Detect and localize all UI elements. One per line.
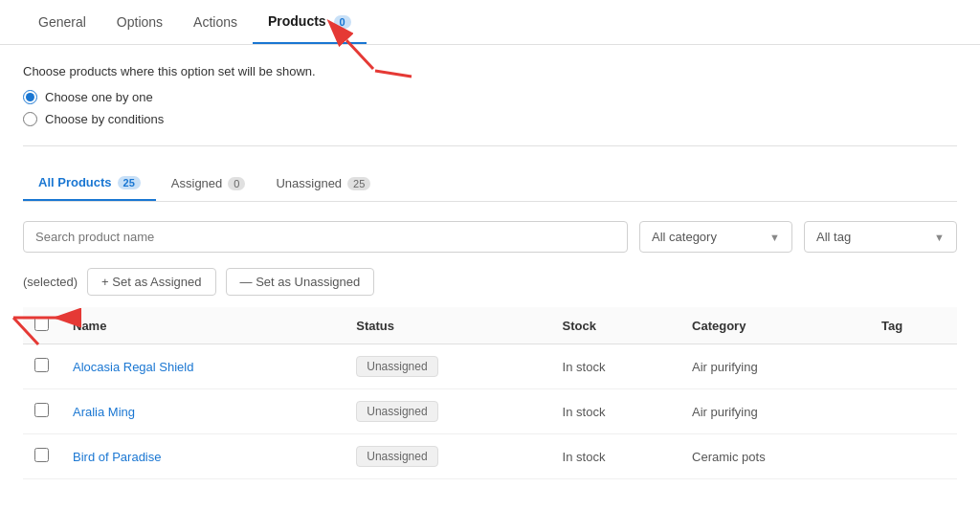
- row-category: Air purifying: [680, 344, 870, 389]
- radio-one-by-one-label: Choose one by one: [45, 90, 153, 104]
- subtab-unassigned[interactable]: Unassigned 25: [260, 166, 386, 200]
- set-assigned-button[interactable]: + Set as Assigned: [87, 268, 215, 296]
- row-checkbox[interactable]: [34, 448, 49, 462]
- unassign-btn-label: — Set as Unassigned: [240, 275, 361, 289]
- chevron-down-icon: ▼: [769, 232, 780, 243]
- section-title: Choose products where this option set wi…: [23, 64, 957, 78]
- subtab-all-products[interactable]: All Products 25: [23, 166, 156, 201]
- tab-options[interactable]: Options: [101, 1, 178, 43]
- row-tag: [870, 434, 957, 479]
- row-stock: In stock: [551, 344, 680, 389]
- chevron-down-icon-tag: ▼: [934, 232, 945, 243]
- radio-by-conditions[interactable]: Choose by conditions: [23, 112, 957, 126]
- row-tag: [870, 389, 957, 434]
- row-status: Unassigned: [345, 434, 550, 479]
- table-header-checkbox[interactable]: [23, 307, 61, 344]
- select-all-checkbox[interactable]: [34, 317, 49, 331]
- col-stock: Stock: [551, 307, 680, 344]
- subtab-all-count: 25: [118, 176, 141, 189]
- subtab-assigned-count: 0: [228, 177, 245, 190]
- row-stock: In stock: [551, 434, 680, 479]
- row-status: Unassigned: [345, 344, 550, 389]
- product-link[interactable]: Alocasia Regal Shield: [73, 360, 193, 374]
- selected-label: (selected): [23, 275, 78, 289]
- status-badge: Unassigned: [356, 446, 437, 467]
- action-bar: (selected) + Set as Assigned — Set as Un…: [23, 268, 957, 296]
- col-tag: Tag: [870, 307, 957, 344]
- top-tabs: General Options Actions Products 0: [0, 0, 980, 45]
- tab-products-badge: 0: [334, 15, 351, 29]
- table-row: Bird of Paradise Unassigned In stock Cer…: [23, 434, 957, 479]
- set-unassigned-button[interactable]: — Set as Unassigned: [226, 268, 375, 296]
- tab-products[interactable]: Products 0: [253, 0, 367, 44]
- product-link[interactable]: Bird of Paradise: [73, 450, 162, 464]
- subtab-unassigned-label: Unassigned: [276, 176, 342, 190]
- tag-label: All tag: [816, 230, 851, 244]
- tab-actions[interactable]: Actions: [178, 1, 253, 43]
- search-input[interactable]: [23, 221, 628, 253]
- divider: [23, 145, 957, 146]
- radio-one-by-one[interactable]: Choose one by one: [23, 90, 957, 104]
- radio-group: Choose one by one Choose by conditions: [23, 90, 957, 126]
- subtab-assigned-label: Assigned: [171, 176, 222, 190]
- filters-row: All category ▼ All tag ▼: [23, 221, 957, 253]
- category-select[interactable]: All category ▼: [639, 221, 792, 253]
- category-label: All category: [652, 230, 717, 244]
- sub-tabs: All Products 25 Assigned 0 Unassigned 25: [23, 166, 957, 202]
- row-stock: In stock: [551, 389, 680, 434]
- tab-actions-label: Actions: [193, 14, 237, 30]
- row-status: Unassigned: [345, 389, 550, 434]
- tab-general-label: General: [38, 14, 86, 30]
- row-name: Bird of Paradise: [61, 434, 345, 479]
- row-name: Aralia Ming: [61, 389, 345, 434]
- radio-one-by-one-input[interactable]: [23, 90, 37, 104]
- row-checkbox[interactable]: [34, 358, 49, 372]
- row-checkbox-cell[interactable]: [23, 434, 61, 479]
- col-name: Name: [61, 307, 345, 344]
- row-checkbox-cell[interactable]: [23, 344, 61, 389]
- row-tag: [870, 344, 957, 389]
- subtab-assigned[interactable]: Assigned 0: [156, 166, 261, 200]
- product-link[interactable]: Aralia Ming: [73, 405, 135, 419]
- table-row: Alocasia Regal Shield Unassigned In stoc…: [23, 344, 957, 389]
- col-category: Category: [680, 307, 870, 344]
- radio-by-conditions-label: Choose by conditions: [45, 112, 164, 126]
- table-row: Aralia Ming Unassigned In stock Air puri…: [23, 389, 957, 434]
- row-category: Ceramic pots: [680, 434, 870, 479]
- subtab-unassigned-count: 25: [347, 177, 370, 190]
- tab-products-label: Products: [268, 13, 326, 29]
- radio-by-conditions-input[interactable]: [23, 112, 37, 126]
- products-table: Name Status Stock Category Tag Alocasia …: [23, 307, 957, 479]
- tab-general[interactable]: General: [23, 1, 101, 43]
- row-name: Alocasia Regal Shield: [61, 344, 345, 389]
- row-checkbox-cell[interactable]: [23, 389, 61, 434]
- tag-select[interactable]: All tag ▼: [804, 221, 957, 253]
- tab-options-label: Options: [117, 14, 163, 30]
- row-category: Air purifying: [680, 389, 870, 434]
- subtab-all-label: All Products: [38, 175, 112, 189]
- row-checkbox[interactable]: [34, 403, 49, 417]
- col-status: Status: [345, 307, 550, 344]
- assign-btn-label: + Set as Assigned: [101, 275, 201, 289]
- status-badge: Unassigned: [356, 356, 437, 377]
- status-badge: Unassigned: [356, 401, 437, 422]
